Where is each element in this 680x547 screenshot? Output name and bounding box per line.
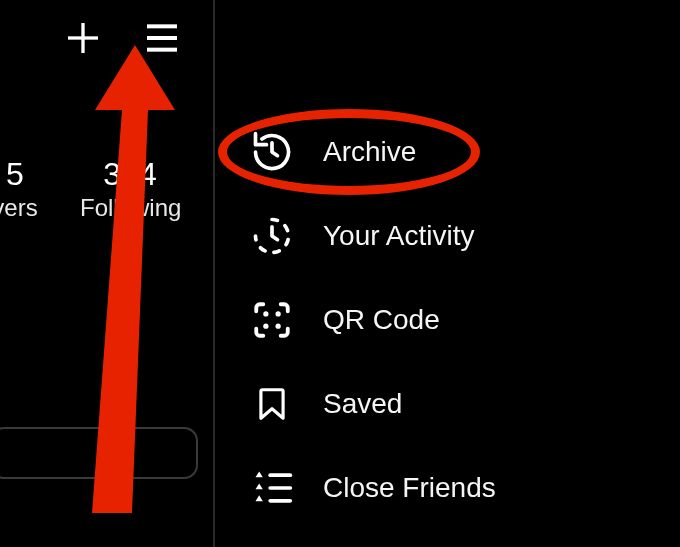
edit-profile-button[interactable] [0, 427, 198, 479]
menu-item-label: QR Code [323, 304, 440, 336]
following-stat[interactable]: 374 Following [80, 158, 180, 222]
svg-marker-11 [256, 483, 263, 489]
menu-item-saved[interactable]: Saved [247, 362, 496, 446]
hamburger-icon [141, 18, 183, 58]
close-friends-icon [247, 463, 297, 513]
settings-menu: Archive Your Activity QR Code [215, 110, 496, 530]
qrcode-icon [247, 295, 297, 345]
profile-panel: 5 vers 374 Following [0, 0, 215, 547]
svg-point-8 [276, 324, 281, 329]
profile-stats: 5 vers 374 Following [0, 158, 213, 222]
svg-point-6 [276, 311, 281, 316]
menu-item-label: Archive [323, 136, 416, 168]
archive-icon [247, 127, 297, 177]
menu-item-qr-code[interactable]: QR Code [247, 278, 496, 362]
menu-item-label: Your Activity [323, 220, 474, 252]
hamburger-menu-button[interactable] [141, 18, 183, 62]
following-label: Following [80, 194, 180, 222]
following-count: 374 [80, 158, 180, 190]
topbar [63, 18, 183, 62]
activity-icon [247, 211, 297, 261]
followers-stat[interactable]: 5 vers [0, 158, 40, 222]
saved-icon [247, 379, 297, 429]
menu-item-your-activity[interactable]: Your Activity [247, 194, 496, 278]
followers-label: vers [0, 194, 40, 222]
svg-marker-13 [256, 495, 263, 501]
menu-item-close-friends[interactable]: Close Friends [247, 446, 496, 530]
followers-count: 5 [0, 158, 40, 190]
svg-point-7 [263, 324, 268, 329]
svg-marker-9 [256, 472, 263, 478]
create-button[interactable] [63, 18, 103, 62]
menu-item-archive[interactable]: Archive [247, 110, 496, 194]
menu-item-label: Saved [323, 388, 402, 420]
svg-point-5 [263, 311, 268, 316]
plus-icon [63, 18, 103, 58]
menu-item-label: Close Friends [323, 472, 496, 504]
